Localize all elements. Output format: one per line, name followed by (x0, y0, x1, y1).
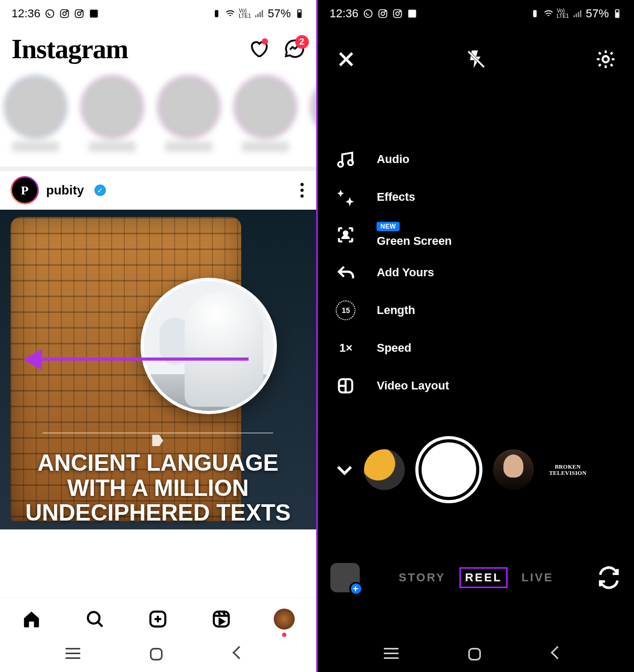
mode-reel[interactable]: REEL (459, 567, 508, 588)
svg-point-3 (67, 11, 68, 12)
svg-point-17 (384, 11, 385, 12)
tool-length[interactable]: 15 Length (318, 291, 634, 329)
android-recents[interactable] (66, 648, 81, 664)
nav-reels[interactable] (211, 609, 232, 630)
instagram-icon (392, 8, 403, 19)
person-frame-icon (334, 225, 358, 245)
instagram-icon (59, 8, 70, 19)
tool-audio[interactable]: Audio (318, 140, 634, 178)
shutter-button[interactable] (418, 439, 479, 500)
post-image[interactable]: ANCIENT LANGUAGE WITH A MILLION UNDECIPH… (0, 210, 316, 529)
svg-point-14 (364, 10, 372, 18)
post-avatar[interactable]: P (10, 176, 39, 204)
stories-tray[interactable] (0, 72, 316, 167)
activity-dot-icon (262, 38, 268, 45)
svg-point-5 (78, 12, 81, 16)
battery-percent: 57% (586, 7, 609, 20)
instagram-icon (378, 8, 388, 19)
nav-profile-dot (282, 633, 286, 637)
tool-addyours[interactable]: Add Yours (318, 254, 634, 291)
activity-button[interactable] (248, 38, 269, 59)
status-time: 12:36 (329, 7, 358, 20)
android-home[interactable] (468, 648, 484, 664)
settings-button[interactable] (595, 49, 616, 72)
image-icon (407, 8, 417, 19)
post-more-button[interactable] (300, 183, 306, 198)
battery-saver-icon (211, 8, 222, 19)
svg-point-0 (46, 10, 54, 18)
verified-icon: ✓ (94, 185, 106, 196)
music-icon (334, 149, 358, 169)
svg-rect-8 (215, 10, 219, 17)
signal-icon (254, 8, 264, 19)
tool-expand-button[interactable] (334, 459, 356, 481)
post-header: P pubity ✓ (0, 171, 316, 210)
flash-off-button[interactable] (466, 49, 487, 72)
svg-point-20 (399, 11, 400, 12)
battery-percent: 57% (267, 7, 291, 20)
whatsapp-icon (45, 8, 55, 19)
sparkles-icon (334, 187, 358, 207)
tool-length-label: Length (377, 304, 415, 317)
svg-point-25 (603, 56, 609, 62)
tool-speed[interactable]: 1× Speed (318, 329, 634, 367)
layout-icon (334, 376, 358, 396)
camera-mode-strip: + STORY REEL LIVE (318, 567, 634, 588)
camera-top-controls (318, 27, 634, 80)
svg-point-26 (338, 162, 343, 167)
nav-profile[interactable] (274, 609, 295, 630)
plus-icon: + (349, 582, 363, 595)
nav-search[interactable] (84, 609, 105, 630)
instagram-header: Instagram 2 (0, 27, 316, 72)
post-caption-overlay: ANCIENT LANGUAGE WITH A MILLION UNDECIPH… (13, 450, 304, 525)
android-home[interactable] (150, 648, 166, 664)
svg-point-11 (88, 612, 99, 623)
battery-icon (612, 8, 622, 19)
android-back[interactable] (234, 648, 250, 664)
status-bar: 12:36 Vo)LTE1 57% (0, 0, 316, 27)
instagram-logo[interactable]: Instagram (12, 34, 128, 64)
reply-arrow-icon (334, 263, 358, 283)
tool-effects-label: Effects (377, 190, 415, 204)
camera-tools-list: Audio Effects NEW Green Screen Add Yours… (318, 140, 634, 405)
mode-story[interactable]: STORY (399, 571, 446, 584)
instagram-feed-screen: 12:36 Vo)LTE1 57% Instagram 2 (0, 0, 316, 672)
filter-globe[interactable] (364, 449, 405, 490)
android-nav (318, 640, 634, 672)
tool-effects[interactable]: Effects (318, 178, 634, 216)
tool-greenscreen[interactable]: NEW Green Screen (318, 216, 634, 254)
wifi-icon (225, 8, 235, 19)
close-button[interactable] (336, 49, 357, 72)
post-overlay-text: ANCIENT LANGUAGE WITH A MILLION UNDECIPH… (0, 422, 316, 529)
android-back[interactable] (553, 648, 568, 664)
svg-point-6 (81, 11, 82, 12)
svg-point-19 (395, 12, 399, 16)
filter-broken-tv[interactable]: BROKEN TELEVISION (547, 449, 588, 490)
volte-icon: Vo)LTE1 (557, 8, 569, 19)
volte-icon: Vo)LTE1 (239, 8, 251, 19)
tool-addyours-label: Add Yours (377, 266, 434, 279)
wifi-icon (543, 8, 554, 19)
svg-point-27 (348, 160, 353, 166)
post-username[interactable]: pubity (46, 183, 84, 198)
svg-rect-10 (298, 13, 300, 17)
messenger-button[interactable]: 2 (284, 38, 305, 59)
tool-videolayout[interactable]: Video Layout (318, 367, 634, 405)
signal-icon (572, 8, 583, 19)
switch-camera-button[interactable] (597, 566, 620, 589)
messenger-badge: 2 (295, 35, 309, 49)
nav-home[interactable] (21, 609, 42, 630)
divider (0, 167, 316, 171)
length-icon: 15 (334, 300, 358, 320)
mode-live[interactable]: LIVE (521, 571, 553, 584)
gallery-button[interactable]: + (330, 563, 360, 592)
android-recents[interactable] (384, 648, 400, 664)
instagram-icon (74, 8, 84, 19)
svg-rect-24 (616, 13, 618, 17)
capture-row: BROKEN TELEVISION (318, 439, 634, 500)
filter-face[interactable] (493, 449, 534, 490)
whatsapp-icon (363, 8, 373, 19)
svg-rect-22 (533, 10, 536, 17)
nav-create[interactable] (147, 609, 168, 630)
image-icon (89, 8, 99, 19)
